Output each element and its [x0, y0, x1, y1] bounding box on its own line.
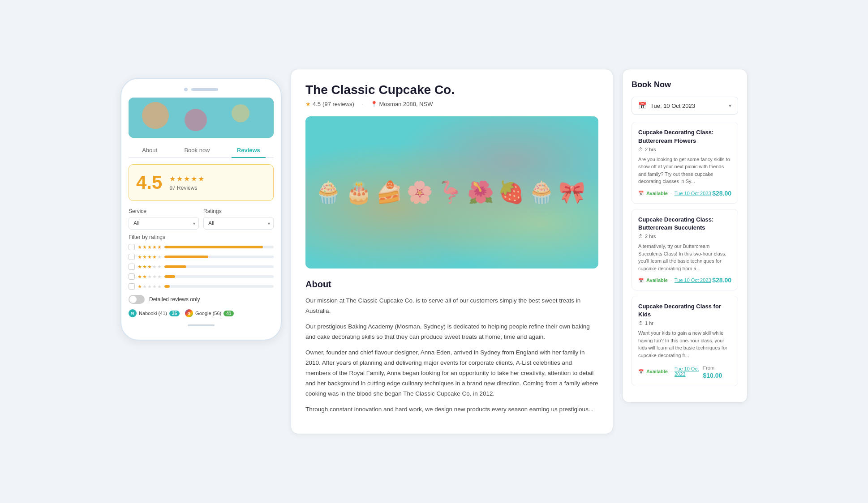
duration-text-3: 1 hr: [645, 320, 653, 326]
page-wrapper: 🧁🎂🌸🦩 About Book now Reviews 4.5 ★ ★ ★ ★ …: [120, 69, 748, 434]
booking-card-1: Cupcake Decorating Class: Buttercream Fl…: [632, 122, 738, 203]
bar-fill-5: [164, 246, 263, 248]
rating-bar-3: ★★★★★: [129, 264, 274, 270]
checkbox-4star[interactable]: [129, 254, 135, 260]
about-section: About Our mission at The Classic Cupcake…: [305, 279, 598, 414]
nabooki-count: 35: [169, 311, 180, 316]
meta-star-icon: ★: [305, 101, 311, 107]
ratings-filter-wrapper[interactable]: All: [203, 217, 274, 230]
about-para-4: Through constant innovation and hard wor…: [305, 405, 598, 415]
star-5-half: ★: [198, 175, 204, 183]
booking-card-2: Cupcake Decorating Class: Buttercream Su…: [632, 209, 738, 290]
bar-track-2: [164, 275, 274, 278]
calendar-small-icon-3: 📅: [638, 369, 644, 374]
ratings-filter-label: Ratings: [203, 208, 274, 214]
service-filter-label: Service: [129, 208, 199, 214]
filter-row: Service All Ratings All: [129, 208, 274, 230]
booking-desc-3: Want your kids to gain a new skill while…: [638, 329, 731, 359]
from-label-3: From: [703, 365, 714, 371]
sidebar-title: Book Now: [632, 80, 738, 90]
nabooki-icon: N: [129, 309, 137, 317]
google-badge[interactable]: G Google (56) 41: [185, 309, 234, 317]
meta-reviews-count: (97 reviews): [322, 101, 354, 107]
booking-title-3: Cupcake Decorating Class for Kids: [638, 303, 731, 319]
booking-duration-2: ⏱ 2 hrs: [638, 234, 731, 239]
meta-separator: ·: [361, 101, 363, 107]
booking-duration-1: ⏱ 2 hrs: [638, 147, 731, 152]
bar-fill-4: [164, 256, 208, 258]
booking-footer-3: 📅 Available · Tue 10 Oct 2023 From $10.0…: [638, 363, 731, 379]
sidebar: Book Now 📅 Tue, 10 Oct 2023 ▾ Cupcake De…: [622, 69, 748, 403]
booking-price-1: $28.00: [712, 190, 731, 197]
date-selector[interactable]: 📅 Tue, 10 Oct 2023 ▾: [632, 97, 738, 115]
calendar-small-icon-1: 📅: [638, 191, 644, 196]
content-area: The Classic Cupcake Co. ★ 4.5 (97 review…: [282, 69, 748, 434]
booking-price-3: $10.00: [703, 372, 722, 379]
service-filter-wrapper[interactable]: All: [129, 217, 199, 230]
booking-card-3: Cupcake Decorating Class for Kids ⏱ 1 hr…: [632, 296, 738, 386]
hero-image-overlay: [305, 116, 598, 269]
star-2: ★: [176, 175, 183, 183]
rating-card: 4.5 ★ ★ ★ ★ ★ 97 Reviews: [129, 164, 274, 201]
location-text: Mosman 2088, NSW: [379, 101, 433, 107]
booking-meta-1: 📅 Available · Tue 10 Oct 2023: [638, 191, 711, 196]
booking-footer-1: 📅 Available · Tue 10 Oct 2023 $28.00: [638, 190, 731, 197]
rating-bars: ★★★★★ ★★★★★: [129, 244, 274, 290]
stars-4: ★★★★★: [138, 254, 162, 260]
bar-fill-3: [164, 265, 186, 268]
star-4: ★: [191, 175, 197, 183]
star-1: ★: [169, 175, 176, 183]
chevron-down-icon: ▾: [729, 102, 731, 109]
booking-title-2: Cupcake Decorating Class: Buttercream Su…: [638, 216, 731, 232]
meta-dot-2: ·: [670, 277, 672, 283]
date-selector-left: 📅 Tue, 10 Oct 2023: [638, 102, 695, 110]
booking-meta-2: 📅 Available · Tue 10 Oct 2023: [638, 277, 711, 283]
checkbox-2star[interactable]: [129, 273, 135, 280]
nabooki-label: Nabooki (41): [139, 311, 167, 316]
rating-stars: ★ ★ ★ ★ ★: [169, 175, 204, 183]
booking-meta-3: 📅 Available · Tue 10 Oct 2023: [638, 366, 703, 377]
booking-desc-2: Alternatively, try our Buttercream Succu…: [638, 243, 731, 272]
bar-track-4: [164, 256, 274, 258]
checkbox-3star[interactable]: [129, 264, 135, 270]
meta-dot-3: ·: [670, 369, 672, 374]
price-with-from-3: From $10.00: [703, 363, 731, 379]
rating-bar-5: ★★★★★: [129, 244, 274, 250]
detailed-reviews-toggle[interactable]: [129, 295, 145, 304]
bar-track-3: [164, 265, 274, 268]
about-para-3: Owner, founder and chief flavour designe…: [305, 348, 598, 399]
filter-by-ratings-label: Filter by ratings: [129, 234, 274, 240]
checkbox-1star[interactable]: [129, 283, 135, 290]
toggle-row: Detailed reviews only: [129, 295, 274, 304]
about-para-2: Our prestigious Baking Academy (Mosman, …: [305, 322, 598, 342]
nabooki-badge[interactable]: N Nabooki (41) 35: [129, 309, 180, 317]
bar-track-5: [164, 246, 274, 248]
clock-icon-1: ⏱: [638, 147, 643, 152]
booking-title-1: Cupcake Decorating Class: Buttercream Fl…: [638, 128, 731, 145]
booking-date-2[interactable]: Tue 10 Oct 2023: [675, 277, 711, 283]
rating-bar-1: ★★★★★: [129, 283, 274, 290]
phone-notch: [129, 88, 274, 91]
main-content: The Classic Cupcake Co. ★ 4.5 (97 review…: [291, 69, 613, 434]
checkbox-5star[interactable]: [129, 244, 135, 250]
booking-duration-3: ⏱ 1 hr: [638, 320, 731, 326]
google-count: 41: [223, 311, 234, 316]
clock-icon-2: ⏱: [638, 234, 643, 239]
tab-reviews[interactable]: Reviews: [232, 143, 266, 158]
service-select[interactable]: All: [129, 217, 199, 230]
google-label: Google (56): [195, 311, 221, 316]
available-text-2: Available: [646, 277, 668, 283]
rating-bar-2: ★★★★★: [129, 273, 274, 280]
duration-text-1: 2 hrs: [645, 147, 656, 152]
phone-hero-image: 🧁🎂🌸🦩: [129, 98, 274, 138]
booking-date-3[interactable]: Tue 10 Oct 2023: [675, 366, 703, 377]
tab-book-now[interactable]: Book now: [179, 143, 215, 158]
bar-fill-2: [164, 275, 175, 278]
booking-date-1[interactable]: Tue 10 Oct 2023: [675, 191, 711, 196]
tab-about[interactable]: About: [137, 143, 163, 158]
stars-2: ★★★★★: [138, 274, 162, 280]
duration-text-2: 2 hrs: [645, 234, 656, 239]
meta-rating: ★ 4.5 (97 reviews): [305, 101, 354, 107]
ratings-select[interactable]: All: [203, 217, 274, 230]
phone-home-indicator: [188, 324, 215, 326]
